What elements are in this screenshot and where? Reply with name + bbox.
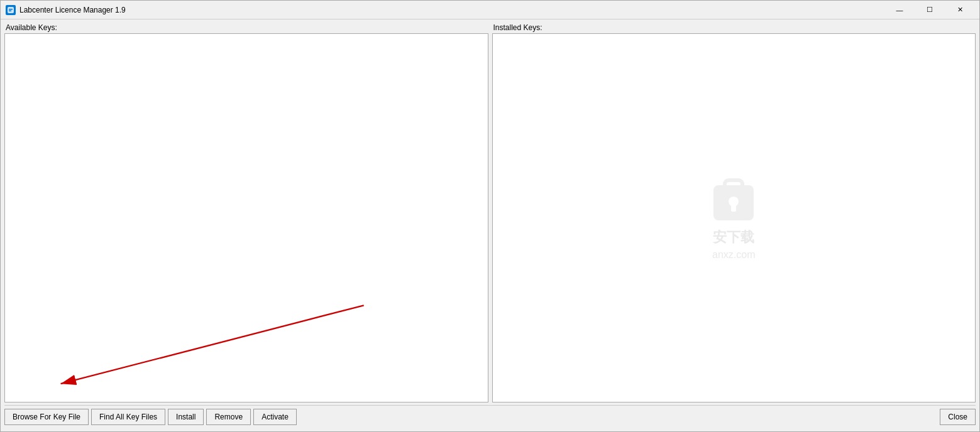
app-icon: [6, 5, 16, 15]
installed-keys-list: 安下载 anxz.com: [492, 33, 976, 402]
svg-rect-1: [9, 9, 13, 10]
window-title: Labcenter Licence Manager 1.9: [19, 6, 126, 14]
close-button[interactable]: Close: [940, 409, 976, 425]
bottom-bar: Browse For Key File Find All Key Files I…: [4, 405, 976, 428]
svg-rect-5: [713, 185, 754, 220]
svg-rect-2: [9, 10, 11, 11]
available-keys-label: Available Keys:: [4, 23, 488, 32]
remove-button[interactable]: Remove: [206, 409, 251, 425]
installed-keys-label: Installed Keys:: [492, 23, 976, 32]
watermark: 安下载 anxz.com: [708, 175, 759, 261]
available-keys-panel: Available Keys:: [4, 23, 488, 402]
close-window-button[interactable]: ✕: [945, 3, 974, 17]
watermark-icon: [708, 175, 759, 225]
install-button[interactable]: Install: [168, 409, 204, 425]
arrow-overlay: [5, 34, 488, 402]
svg-rect-0: [8, 7, 14, 13]
content-area: Available Keys:: [1, 19, 979, 431]
activate-button[interactable]: Activate: [253, 409, 297, 425]
watermark-text: 安下载: [713, 228, 754, 247]
svg-point-7: [729, 197, 739, 207]
available-keys-list: [4, 33, 488, 402]
browse-for-key-file-button[interactable]: Browse For Key File: [4, 409, 89, 425]
panels-row: Available Keys:: [4, 23, 976, 402]
svg-rect-6: [725, 180, 742, 193]
title-bar-left: Labcenter Licence Manager 1.9: [6, 5, 126, 15]
title-bar: Labcenter Licence Manager 1.9 — ☐ ✕: [1, 1, 979, 19]
installed-keys-panel: Installed Keys: 安下载 anxz.com: [492, 23, 976, 402]
find-all-key-files-button[interactable]: Find All Key Files: [91, 409, 165, 425]
maximize-button[interactable]: ☐: [915, 3, 944, 17]
main-window: Labcenter Licence Manager 1.9 — ☐ ✕ Avai…: [0, 0, 980, 432]
title-bar-controls: — ☐ ✕: [885, 3, 974, 17]
svg-line-4: [61, 305, 364, 384]
watermark-subtext: anxz.com: [712, 249, 755, 261]
svg-rect-8: [731, 205, 736, 212]
minimize-button[interactable]: —: [885, 3, 914, 17]
